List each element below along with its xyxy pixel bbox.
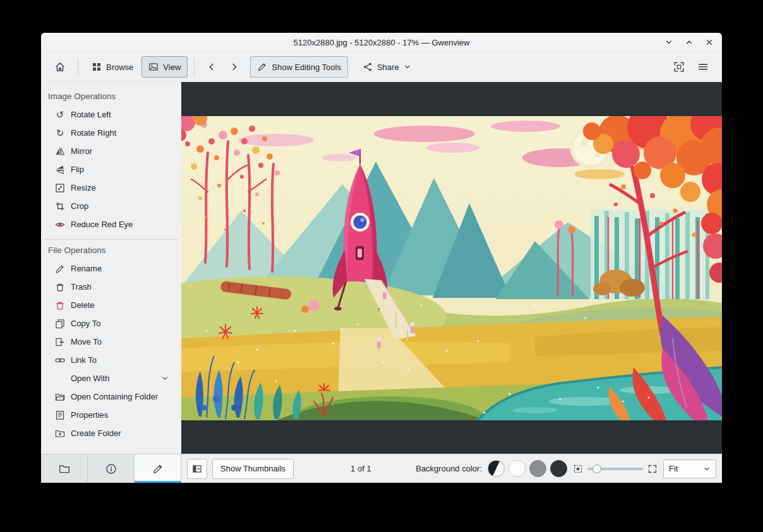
item-label: Open With [71,374,109,383]
tab-operations[interactable] [135,454,181,483]
sidebar-item-link-to[interactable]: Link To [41,351,181,369]
item-label: Crop [71,201,88,211]
home-icon [54,61,66,73]
window-controls [664,33,714,52]
rename-icon [55,264,65,274]
link-icon [55,355,65,365]
minimize-button[interactable] [664,37,674,47]
item-label: Rotate Left [71,110,111,119]
bg-color-dark-button[interactable] [550,460,567,477]
close-icon [705,38,714,47]
main-area: Image Operations ↺ Rotate Left ↻ Rotate … [41,82,722,454]
chevron-up-icon [685,38,694,47]
statusbar-right-cluster: Background color: [416,459,716,478]
copy-icon [55,319,65,329]
tab-information[interactable] [88,454,135,483]
fit-page-icon [673,61,685,73]
close-button[interactable] [704,37,714,47]
sidebar-item-rotate-right[interactable]: ↻ Rotate Right [41,124,181,142]
open-folder-icon [55,392,65,402]
toolbar-separator [78,59,78,75]
sidebar-item-rename[interactable]: Rename [41,259,181,278]
go-forward-button[interactable] [224,56,245,78]
background-color-label: Background color: [416,464,482,473]
sidebar-item-resize[interactable]: Resize [41,179,181,197]
pencil-icon [152,463,164,475]
item-label: Reduce Red Eye [71,220,133,229]
background-color-options [488,460,567,477]
toggle-sidebar-button[interactable] [187,459,207,479]
statusbar: Show Thumbnails 1 of 1 Background color: [181,454,722,483]
zoom-fit-icon[interactable] [573,464,583,474]
sidebar-item-crop[interactable]: Crop [41,197,181,215]
sidebar-item-open-with[interactable]: Open With [41,369,181,387]
view-label: View [163,62,181,72]
browse-grid-icon [92,62,102,72]
share-label: Share [377,62,399,72]
item-label: Delete [71,300,95,310]
chevron-down-icon [160,374,170,382]
sidebar-item-delete[interactable]: Delete [41,296,181,314]
window-title: 5120x2880.jpg - 5120x2880 - 17% — Gwenvi… [294,38,470,47]
rotate-left-icon: ↺ [55,110,65,120]
red-eye-icon [55,220,65,230]
titlebar[interactable]: 5120x2880.jpg - 5120x2880 - 17% — Gwenvi… [41,33,722,52]
item-label: Link To [71,355,97,365]
tab-folders[interactable] [41,454,88,483]
main-toolbar: Browse View Show Editing Tools [41,52,722,82]
share-icon [363,62,373,72]
item-label: Trash [71,282,92,292]
crop-icon [55,201,65,211]
show-editing-tools-label: Show Editing Tools [272,62,341,72]
photo-artwork [181,116,722,420]
bg-color-half-black-white-button[interactable] [488,460,505,477]
browse-button[interactable]: Browse [85,56,140,78]
chevron-down-icon [703,465,711,473]
home-button[interactable] [49,56,71,78]
item-label: Open Containing Folder [71,392,158,401]
sidebar-item-flip[interactable]: Flip [41,160,181,179]
section-title-file-operations: File Operations [48,245,175,255]
folder-icon [59,463,70,475]
share-button[interactable]: Share [356,56,418,78]
zoom-mode-dropdown[interactable]: Fit [663,459,716,478]
editing-tools-sidebar: Image Operations ↺ Rotate Left ↻ Rotate … [41,82,181,454]
sidebar-item-rotate-left[interactable]: ↺ Rotate Left [41,105,181,124]
bg-color-gray-button[interactable] [529,460,546,477]
menu-button[interactable] [692,56,714,78]
sidebar-item-copy-to[interactable]: Copy To [41,314,181,333]
image-viewport[interactable] [181,116,722,420]
show-thumbnails-button[interactable]: Show Thumbnails [212,459,294,479]
create-folder-icon [55,429,65,439]
sidebar-item-create-folder[interactable]: Create Folder [41,424,181,442]
sidebar-item-move-to[interactable]: Move To [41,333,181,351]
item-label: Flip [71,165,84,174]
image-canvas[interactable] [181,82,722,454]
page-indicator: 1 of 1 [351,464,371,473]
active-tab-indicator [135,481,181,483]
sidebar-item-properties[interactable]: Properties [41,406,181,424]
fit-page-button[interactable] [668,56,690,78]
sidebar-item-reduce-red-eye[interactable]: Reduce Red Eye [41,215,181,233]
bg-color-white-button[interactable] [508,460,526,477]
go-back-button[interactable] [201,56,222,78]
sidebar-divider [44,239,178,240]
zoom-mode-value: Fit [669,464,699,473]
delete-icon [55,300,65,310]
maximize-button[interactable] [684,37,694,47]
gwenview-window: 5120x2880.jpg - 5120x2880 - 17% — Gwenvi… [41,33,722,483]
hamburger-icon [697,61,709,73]
zoom-expand-icon[interactable] [647,464,658,474]
zoom-slider-handle[interactable] [592,464,601,473]
show-editing-tools-button[interactable]: Show Editing Tools [250,56,348,78]
image-view-icon [148,62,159,72]
sidebar-item-trash[interactable]: Trash [41,278,181,296]
zoom-controls [573,463,658,475]
resize-icon [55,183,65,193]
info-icon [105,463,117,475]
sidebar-item-mirror[interactable]: Mirror [41,142,181,160]
sidebar-item-open-containing-folder[interactable]: Open Containing Folder [41,387,181,406]
view-button[interactable]: View [141,56,188,78]
zoom-slider[interactable] [587,463,643,475]
bottom-bar: Show Thumbnails 1 of 1 Background color: [41,454,722,483]
